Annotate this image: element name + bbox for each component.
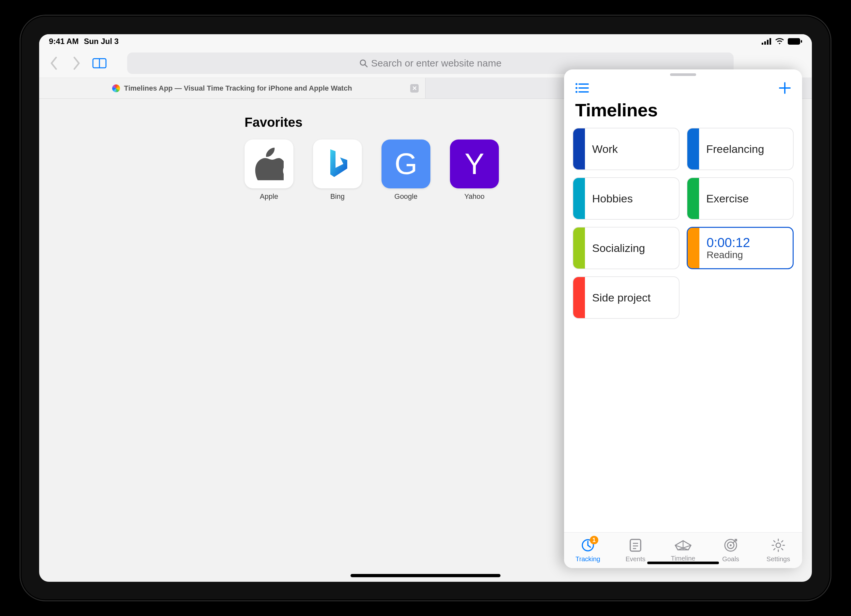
slideover-panel: Timelines WorkFreelancingHobbiesExercise… — [564, 69, 802, 568]
svg-line-8 — [365, 65, 367, 67]
svg-rect-20 — [630, 539, 641, 551]
apple-icon — [245, 140, 293, 188]
favorite-google[interactable]: G Google — [382, 140, 430, 201]
battery-icon — [788, 38, 802, 45]
card-label: Side project — [592, 291, 679, 304]
address-placeholder: Search or enter website name — [371, 58, 501, 69]
goals-icon — [723, 538, 738, 554]
timeline-card[interactable]: Work — [573, 128, 680, 170]
browser-tab[interactable]: Timelines App — Visual Time Tracking for… — [39, 78, 426, 98]
card-label: Hobbies — [592, 192, 679, 205]
svg-line-19 — [588, 545, 591, 547]
card-body: Side project — [585, 277, 679, 318]
card-body: Work — [585, 128, 679, 170]
timeline-card[interactable]: Exercise — [687, 177, 794, 220]
wifi-icon — [775, 38, 785, 45]
tabbar-label: Settings — [767, 555, 790, 563]
favorite-label: Google — [394, 192, 418, 201]
bing-icon — [313, 140, 362, 188]
svg-point-13 — [576, 91, 577, 93]
favorite-apple[interactable]: Apple — [245, 140, 293, 201]
tabbar-label: Tracking — [576, 555, 600, 563]
search-icon — [359, 59, 368, 68]
card-body: Freelancing — [699, 128, 793, 170]
timelines-grid: WorkFreelancingHobbiesExerciseSocializin… — [564, 128, 802, 532]
status-date: Sun Jul 3 — [84, 37, 119, 46]
google-icon: G — [382, 140, 430, 188]
close-tab-button[interactable]: ✕ — [410, 84, 419, 93]
grabber-handle[interactable] — [670, 73, 696, 76]
card-label: Exercise — [706, 192, 793, 205]
card-label: Socializing — [592, 242, 679, 255]
add-button[interactable] — [779, 82, 791, 94]
card-color-stripe — [687, 178, 699, 219]
svg-rect-3 — [770, 38, 771, 45]
favorite-yahoo[interactable]: Y Yahoo — [450, 140, 499, 201]
timeline-card[interactable]: Side project — [573, 276, 680, 319]
bookmarks-button[interactable] — [91, 55, 108, 71]
favorite-bing[interactable]: Bing — [313, 140, 362, 201]
timeline-card[interactable]: Freelancing — [687, 128, 794, 170]
tabbar-label: Goals — [722, 555, 739, 563]
card-label: Reading — [707, 249, 792, 260]
tab-favicon — [112, 84, 120, 92]
status-time: 9:41 AM — [49, 37, 78, 46]
svg-rect-5 — [801, 40, 802, 43]
forward-button[interactable] — [68, 55, 85, 71]
card-timer: 0:00:12 — [707, 236, 792, 249]
list-icon[interactable] — [575, 83, 589, 93]
yahoo-icon: Y — [450, 140, 499, 188]
timeline-card[interactable]: Hobbies — [573, 177, 680, 220]
events-icon — [629, 538, 642, 554]
svg-rect-4 — [788, 38, 800, 45]
svg-rect-2 — [767, 40, 768, 45]
card-color-stripe — [573, 128, 585, 170]
card-label: Freelancing — [706, 143, 793, 155]
cellular-icon — [762, 38, 771, 45]
card-label: Work — [592, 143, 679, 155]
tabbar-tracking[interactable]: Tracking1 — [564, 533, 612, 568]
back-button[interactable] — [46, 55, 62, 71]
tabbar-settings[interactable]: Settings — [755, 533, 802, 568]
svg-point-30 — [730, 544, 732, 546]
favorite-label: Yahoo — [464, 192, 484, 201]
svg-rect-0 — [762, 43, 763, 45]
tab-title: Timelines App — Visual Time Tracking for… — [124, 84, 352, 93]
favorite-label: Apple — [260, 192, 278, 201]
status-bar: 9:41 AM Sun Jul 3 — [39, 34, 812, 48]
favorite-label: Bing — [330, 192, 344, 201]
slideover-title: Timelines — [564, 96, 802, 128]
timeline-card[interactable]: 0:00:12Reading — [687, 227, 794, 269]
card-color-stripe — [573, 178, 585, 219]
card-body: Hobbies — [585, 178, 679, 219]
screen: 9:41 AM Sun Jul 3 — [39, 34, 812, 582]
svg-point-32 — [776, 543, 780, 548]
svg-point-9 — [576, 83, 577, 85]
tabbar-badge: 1 — [590, 536, 598, 544]
card-body: Exercise — [699, 178, 793, 219]
device-frame: 9:41 AM Sun Jul 3 — [0, 0, 851, 616]
timeline-icon — [675, 539, 692, 553]
svg-rect-1 — [764, 41, 766, 45]
card-color-stripe — [687, 128, 699, 170]
timeline-card[interactable]: Socializing — [573, 227, 680, 269]
settings-icon — [771, 538, 785, 554]
card-color-stripe — [573, 227, 585, 269]
card-color-stripe — [688, 228, 699, 268]
svg-point-11 — [576, 87, 577, 89]
slideover-home-indicator — [647, 562, 719, 564]
home-indicator — [350, 574, 501, 577]
ipad-bezel: 9:41 AM Sun Jul 3 — [20, 15, 831, 601]
card-color-stripe — [573, 277, 585, 318]
card-body: Socializing — [585, 227, 679, 269]
tabbar-label: Timeline — [671, 555, 696, 562]
tabbar-label: Events — [625, 555, 645, 563]
card-body: 0:00:12Reading — [699, 228, 792, 268]
